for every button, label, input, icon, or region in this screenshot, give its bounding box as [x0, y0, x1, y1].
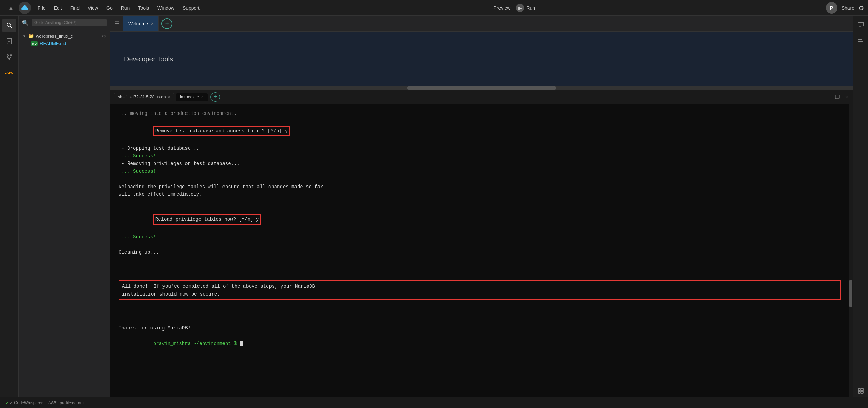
- folder-row[interactable]: ▼ 📁 wordpress_linux_c ⚙: [19, 32, 110, 40]
- terminal-content[interactable]: ... moving into a production environment…: [110, 104, 849, 397]
- right-sidebar-list-icon[interactable]: [855, 34, 867, 46]
- file-panel: 🔍 ▼ 📁 wordpress_linux_c ⚙ MD README.md: [19, 16, 110, 397]
- search-icon: 🔍: [22, 20, 29, 26]
- terminal-with-scroll: ... moving into a production environment…: [110, 104, 853, 397]
- scrollbar-thumb[interactable]: [407, 86, 556, 90]
- scrollbar-track[interactable]: [110, 86, 853, 90]
- tab-close-welcome[interactable]: ×: [151, 21, 154, 26]
- menu-find[interactable]: Find: [67, 4, 83, 12]
- terminal-line-alldone: All done! If you've completed all of the…: [119, 264, 841, 316]
- dev-tools-label: Developer Tools: [124, 55, 173, 63]
- menu-window[interactable]: Window: [154, 4, 178, 12]
- terminal-tab-ssh[interactable]: sh - "ip-172-31-5-28.us-ea ×: [114, 93, 174, 101]
- terminal-line-prompt: pravin_mishra:~/environment $: [119, 332, 841, 355]
- tab-add-button[interactable]: +: [161, 18, 172, 29]
- svg-rect-8: [858, 38, 864, 38]
- svg-point-0: [7, 23, 10, 26]
- terminal-tab-add-button[interactable]: +: [210, 92, 220, 102]
- file-tree: ▼ 📁 wordpress_linux_c ⚙ MD README.md: [19, 29, 110, 50]
- terminal-line-cleanup: Cleaning up...: [119, 249, 841, 256]
- terminal-line-removing: - Removing privileges on test database..…: [119, 160, 841, 167]
- terminal-line-dropping: - Dropping test database...: [119, 145, 841, 152]
- terminal-tab-immediate-close[interactable]: ×: [201, 95, 204, 99]
- terminal-line-highlight1: Remove test database and access to it? […: [119, 117, 841, 144]
- menu-center: Preview ▶ Run: [204, 4, 824, 12]
- cloud-icon[interactable]: [19, 2, 31, 14]
- folder-settings-icon[interactable]: ⚙: [102, 34, 106, 39]
- preview-label[interactable]: Preview: [494, 5, 511, 11]
- codewhisperer-status: ✓✓ CodeWhisperer: [5, 400, 43, 405]
- svg-rect-14: [861, 391, 863, 393]
- terminal-tab-immediate[interactable]: Immediate ×: [176, 93, 208, 101]
- file-panel-header: 🔍: [19, 16, 110, 29]
- sidebar-aws-icon[interactable]: aws: [2, 66, 16, 80]
- terminal-line-blank5: [119, 317, 841, 324]
- welcome-panel: Developer Tools: [110, 32, 853, 86]
- tab-welcome[interactable]: Welcome ×: [123, 16, 159, 31]
- terminal-line-blank2: [119, 198, 841, 206]
- file-row-readme[interactable]: MD README.md: [19, 40, 110, 47]
- file-name-readme: README.md: [40, 41, 66, 46]
- svg-rect-12: [861, 388, 863, 391]
- terminal-highlight-remove: Remove test database and access to it? […: [153, 126, 290, 136]
- terminal-line-blank3: [119, 241, 841, 248]
- terminal-line-blank4: [119, 256, 841, 264]
- run-button[interactable]: ▶ Run: [516, 4, 535, 12]
- menu-edit[interactable]: Edit: [50, 4, 65, 12]
- menu-tools[interactable]: Tools: [134, 4, 153, 12]
- run-circle-icon: ▶: [516, 4, 524, 12]
- menu-right: P Share ⚙: [826, 2, 864, 14]
- terminal-line-thanks: Thanks for using MariaDB!: [119, 324, 841, 332]
- terminal-highlight-alldone: All done! If you've completed all of the…: [119, 280, 841, 300]
- folder-name: wordpress_linux_c: [36, 34, 100, 39]
- terminal-scrollbar[interactable]: [849, 104, 853, 397]
- scrollbar-row: [110, 86, 853, 90]
- terminal-line-success1: ... Success!: [119, 152, 841, 160]
- svg-line-1: [10, 26, 12, 28]
- terminal-scrollbar-thumb[interactable]: [849, 280, 852, 307]
- menu-bar: ▲ File Edit Find View Go Run Tools Windo…: [0, 0, 868, 16]
- menu-file[interactable]: File: [34, 4, 49, 12]
- menu-go[interactable]: Go: [103, 4, 116, 12]
- svg-rect-2: [7, 38, 12, 44]
- menu-support[interactable]: Support: [179, 4, 203, 12]
- sidebar-files-icon[interactable]: [2, 34, 16, 48]
- svg-rect-9: [858, 39, 862, 40]
- aws-profile-status: AWS: profile:default: [48, 400, 85, 405]
- tab-bar: ☰ Welcome × +: [110, 16, 853, 32]
- run-label: Run: [526, 5, 535, 11]
- terminal-actions: ❐ ×: [834, 93, 849, 101]
- editor-area: ☰ Welcome × + Developer Tools sh - "ip-1…: [110, 16, 853, 397]
- svg-point-6: [10, 55, 12, 56]
- svg-rect-13: [858, 391, 860, 393]
- terminal-line-faded: ... moving into a production environment…: [119, 110, 841, 117]
- sidebar-search-icon[interactable]: [2, 19, 16, 32]
- right-sidebar-plugin-icon[interactable]: [855, 385, 867, 397]
- settings-icon[interactable]: ⚙: [858, 4, 864, 12]
- terminal-cursor: [240, 341, 243, 346]
- terminal-tab-ssh-label: sh - "ip-172-31-5-28.us-ea: [118, 95, 166, 99]
- share-button[interactable]: Share: [842, 5, 854, 11]
- up-arrow-icon[interactable]: ▲: [4, 1, 18, 15]
- checkmark-icon: ✓: [5, 400, 9, 405]
- terminal-close-icon[interactable]: ×: [844, 93, 849, 101]
- main-area: aws 🔍 ▼ 📁 wordpress_linux_c ⚙ MD README.…: [0, 16, 868, 397]
- user-avatar[interactable]: P: [826, 2, 837, 14]
- folder-icon: 📁: [28, 33, 34, 39]
- terminal-tab-ssh-close[interactable]: ×: [168, 95, 170, 99]
- menu-view[interactable]: View: [84, 4, 101, 12]
- terminal-prompt-text: pravin_mishra:~/environment $: [153, 341, 240, 346]
- tab-menu-icon[interactable]: ☰: [110, 20, 123, 27]
- menu-run[interactable]: Run: [118, 4, 133, 12]
- svg-point-5: [7, 55, 8, 56]
- menu-left: ▲: [4, 1, 33, 15]
- terminal-tab-bar: sh - "ip-172-31-5-28.us-ea × Immediate ×…: [110, 90, 853, 104]
- terminal-line-reload2: will take effect immediately.: [119, 191, 841, 198]
- terminal-line-reload1: Reloading the privilege tables will ensu…: [119, 183, 841, 191]
- terminal-highlight-reload: Reload privilege tables now? [Y/n] y: [153, 214, 261, 225]
- terminal-expand-icon[interactable]: ❐: [834, 93, 841, 101]
- search-input[interactable]: [32, 19, 107, 26]
- sidebar-git-icon[interactable]: [2, 50, 16, 64]
- right-sidebar-chat-icon[interactable]: [855, 19, 867, 31]
- terminal-line-success3: ... Success!: [119, 233, 841, 241]
